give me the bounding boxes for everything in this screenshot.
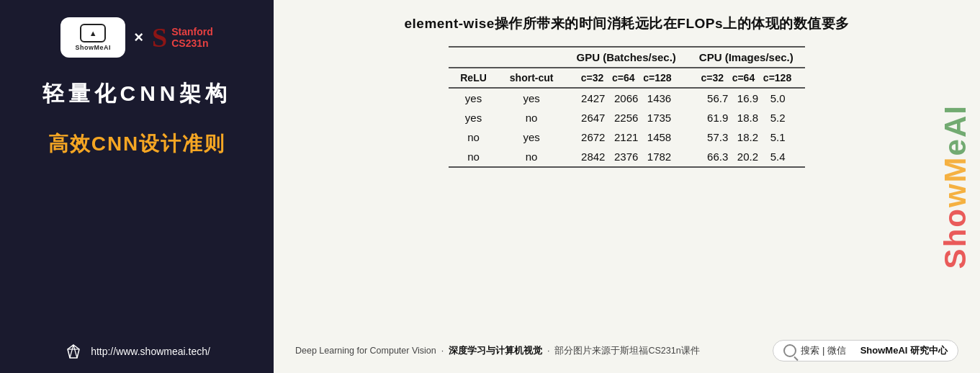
cell-shortcut-1: yes	[498, 88, 565, 108]
website-url[interactable]: http://www.showmeai.tech/	[91, 346, 210, 357]
col-h-empty2	[498, 47, 565, 68]
cell-cpu-2: 61.9 18.8 5.2	[688, 108, 805, 127]
showmeai-logo: ShowMeAI	[60, 17, 125, 58]
sidebar: ShowMeAI × S Stanford CS231n 轻量化CNN架构 高效…	[0, 0, 274, 373]
table-row: yes yes 2427 2066 1436 56.7 16.9 5.0	[449, 88, 805, 108]
sidebar-subtitle: 高效CNN设计准则	[48, 130, 226, 158]
cell-gpu-3: 2672 2121 1458	[565, 127, 687, 147]
url-icon	[63, 341, 84, 361]
col-h-gpu: GPU (Batches/sec.)	[565, 47, 687, 68]
search-divider	[852, 346, 855, 356]
main-content: ShowMeAI element-wise操作所带来的时间消耗远比在FLOPs上…	[274, 0, 980, 373]
cell-cpu-1: 56.7 16.9 5.0	[688, 88, 805, 108]
showmeai-icon	[80, 24, 106, 42]
main-bottom: Deep Learning for Computer Vision · 深度学习…	[295, 340, 958, 361]
main-headline: element-wise操作所带来的时间消耗远比在FLOPs上的体现的数值要多	[295, 14, 958, 33]
sidebar-top: ShowMeAI × S Stanford CS231n 轻量化CNN架构 高效…	[14, 17, 259, 158]
search-icon	[783, 344, 796, 357]
search-brand: ShowMeAI 研究中心	[860, 344, 948, 357]
sidebar-bottom: http://www.showmeai.tech/	[63, 341, 210, 361]
logo-row: ShowMeAI × S Stanford CS231n	[60, 17, 213, 58]
cs231n-text: CS231n	[171, 37, 208, 49]
stanford-block: S Stanford CS231n	[152, 24, 213, 51]
cell-shortcut-2: no	[498, 108, 565, 127]
search-box[interactable]: 搜索 | 微信 ShowMeAI 研究中心	[773, 340, 958, 361]
cell-shortcut-4: no	[498, 147, 565, 167]
col-h-cpu: CPU (Images/sec.)	[688, 47, 805, 68]
cell-relu-2: yes	[449, 108, 498, 127]
cell-relu-4: no	[449, 147, 498, 167]
performance-table: GPU (Batches/sec.) CPU (Images/sec.) ReL…	[449, 46, 805, 168]
cell-gpu-1: 2427 2066 1436	[565, 88, 687, 108]
cell-gpu-2: 2647 2256 1735	[565, 108, 687, 127]
cell-relu-1: yes	[449, 88, 498, 108]
col-h-empty1	[449, 47, 498, 68]
cell-shortcut-3: yes	[498, 127, 565, 147]
footer-text: Deep Learning for Computer Vision · 深度学习…	[295, 345, 700, 357]
cell-cpu-3: 57.3 18.2 5.1	[688, 127, 805, 147]
search-label: 搜索 | 微信	[801, 344, 846, 357]
table-row: yes no 2647 2256 1735 61.9 18.8 5.2	[449, 108, 805, 127]
stanford-s-letter: S	[152, 24, 167, 51]
table-container: GPU (Batches/sec.) CPU (Images/sec.) ReL…	[295, 46, 958, 331]
sub-h-relu: ReLU	[449, 68, 498, 88]
showmeai-brand-text: ShowMeAI	[75, 44, 111, 51]
cell-relu-3: no	[449, 127, 498, 147]
sub-h-shortcut: short-cut	[498, 68, 565, 88]
cell-gpu-4: 2842 2376 1782	[565, 147, 687, 167]
svg-marker-0	[68, 345, 79, 358]
cell-cpu-4: 66.3 20.2 5.4	[688, 147, 805, 167]
stanford-label: Stanford CS231n	[171, 26, 213, 50]
cross-symbol: ×	[134, 28, 143, 47]
table-row: no no 2842 2376 1782 66.3 20.2 5.4	[449, 147, 805, 167]
table-row: no yes 2672 2121 1458 57.3 18.2 5.1	[449, 127, 805, 147]
sub-h-cpu-cols: c=32 c=64 c=128	[688, 68, 805, 88]
sub-h-gpu-cols: c=32 c=64 c=128	[565, 68, 687, 88]
sidebar-title: 轻量化CNN架构	[42, 79, 232, 109]
stanford-name: Stanford	[171, 26, 213, 38]
